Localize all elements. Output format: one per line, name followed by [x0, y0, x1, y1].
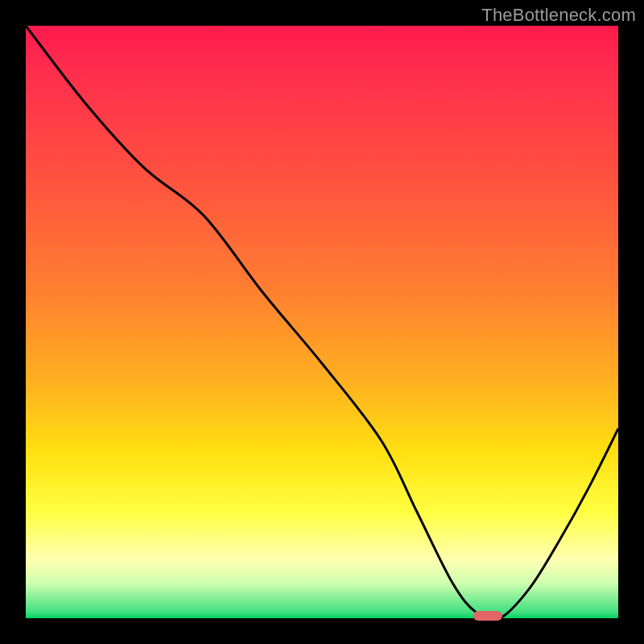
- bottleneck-curve: [26, 26, 618, 618]
- chart-frame: TheBottleneck.com: [0, 0, 644, 644]
- watermark-text: TheBottleneck.com: [481, 5, 636, 26]
- optimal-marker: [473, 611, 502, 621]
- plot-area: [26, 26, 618, 618]
